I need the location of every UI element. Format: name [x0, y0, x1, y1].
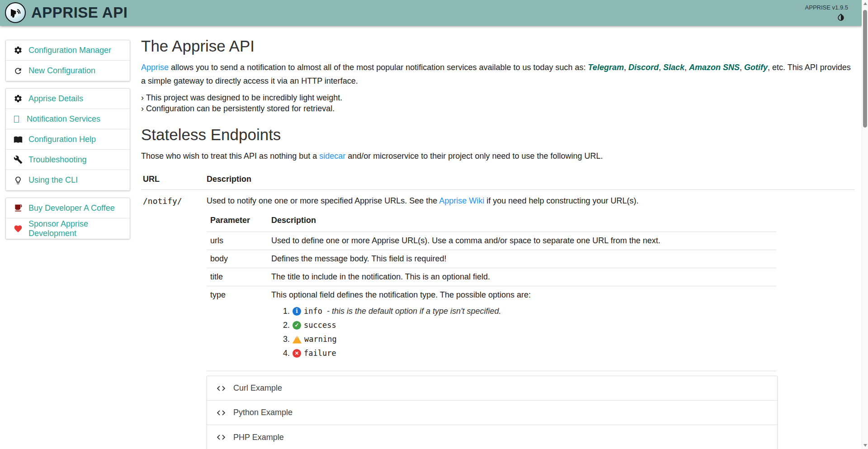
sidebar-item-label: Buy Developer A Coffee — [28, 203, 115, 213]
scroll-down-arrow-icon[interactable] — [863, 444, 867, 447]
coffee-icon — [14, 203, 23, 213]
sidebar-item-sponsor-apprise-development[interactable]: Sponsor Apprise Development — [6, 218, 130, 239]
stateless-text-after: and/or microservice to their project onl… — [345, 151, 603, 161]
accordion-label: Curl Example — [233, 383, 282, 393]
sidebar-item-label: Apprise Details — [28, 94, 83, 104]
tofu-icon — [14, 116, 19, 123]
column-header-parameter: Parameter — [207, 211, 268, 232]
megaphone-icon — [5, 2, 26, 23]
accordion-php-example[interactable]: PHP Example — [207, 425, 777, 449]
page-title: The Apprise API — [141, 37, 854, 55]
service-separator: , — [684, 63, 689, 72]
sidebar-item-configuration-manager[interactable]: Configuration Manager — [6, 40, 130, 61]
sidebar-item-buy-developer-a-coffee[interactable]: Buy Developer A Coffee — [6, 198, 130, 218]
service-separator: , — [624, 63, 628, 72]
endpoint-description-after: if you need help constructing your URL(s… — [484, 196, 638, 205]
stateless-intro-paragraph: Those who wish to treat this API as noth… — [141, 149, 854, 163]
sidebar-group-support: Buy Developer A Coffee Sponsor Apprise D… — [5, 198, 130, 239]
sidebar-item-apprise-details[interactable]: Apprise Details — [6, 89, 130, 109]
invert-colors-icon[interactable] — [836, 13, 845, 22]
type-option-warning: 3. ! warning — [283, 332, 773, 346]
code-examples-accordion: Curl Example Python Example PHP Example — [207, 376, 778, 449]
type-value: success — [304, 318, 336, 332]
wrench-icon — [14, 155, 23, 164]
version-label: APPRISE v1.9.5 — [805, 4, 848, 11]
sidebar-group-configuration: Configuration Manager New Configuration — [5, 40, 130, 81]
sidebar-item-label: Using the CLI — [28, 175, 78, 185]
info-icon: i — [292, 307, 301, 316]
parameter-name: title — [207, 268, 268, 286]
type-note: - this is the default option if a type i… — [327, 304, 501, 318]
sidebar-item-troubleshooting[interactable]: Troubleshooting — [6, 150, 130, 170]
parameter-name: type — [207, 286, 268, 371]
endpoint-description-cell: Used to notify one one or more specified… — [205, 190, 854, 449]
column-header-url: URL — [141, 170, 205, 190]
sidebar-item-configuration-help[interactable]: Configuration Help — [6, 129, 130, 150]
endpoint-description-before: Used to notify one one or more specified… — [207, 196, 439, 205]
sidebar-item-label: New Configuration — [28, 66, 95, 76]
sidecar-link[interactable]: sidecar — [319, 151, 345, 161]
book-icon — [14, 135, 23, 144]
sidebar-item-new-configuration[interactable]: New Configuration — [6, 61, 130, 81]
parameter-name: urls — [207, 232, 268, 250]
accordion-python-example[interactable]: Python Example — [207, 401, 777, 425]
code-icon — [216, 408, 226, 418]
sidebar-item-using-the-cli[interactable]: Using the CLI — [6, 170, 130, 190]
success-icon: ✓ — [292, 321, 301, 330]
parameter-description: Used to define one or more Apprise URL(s… — [268, 232, 776, 250]
list-number: 4. — [283, 346, 290, 360]
intro-paragraph: Apprise allows you to send a notificatio… — [141, 61, 854, 88]
warning-icon: ! — [292, 336, 302, 344]
scrollbar-thumb[interactable] — [863, 10, 867, 128]
parameter-name: body — [207, 250, 268, 268]
service-separator: , — [740, 63, 744, 72]
feature-item: This project was designed to be incredib… — [141, 92, 854, 103]
main-content: The Apprise API Apprise allows you to se… — [141, 26, 854, 449]
type-value: warning — [304, 332, 337, 346]
sidebar-item-label: Troubleshooting — [28, 155, 86, 165]
parameter-row-body: body Defines the message body. This fiel… — [207, 250, 776, 268]
service-name: Discord — [628, 63, 659, 72]
type-option-info: 1. i info - this is the default option i… — [283, 304, 773, 318]
sidebar: Configuration Manager New Configuration … — [5, 40, 130, 246]
type-value: info — [304, 304, 322, 318]
column-header-description: Description — [205, 170, 854, 190]
endpoint-row-notify: /notify/ Used to notify one one or more … — [141, 190, 854, 449]
heart-icon — [14, 224, 23, 233]
accordion-label: Python Example — [233, 408, 292, 417]
app-title: APPRISE API — [31, 4, 127, 21]
sidebar-item-label: Sponsor Apprise Development — [28, 219, 122, 238]
list-number: 1. — [283, 304, 290, 318]
vertical-scrollbar[interactable] — [862, 0, 868, 449]
endpoint-table: URL Description /notify/ Used to notify … — [141, 170, 854, 449]
refresh-icon — [14, 66, 23, 76]
scroll-up-arrow-icon[interactable] — [863, 2, 867, 5]
apprise-link[interactable]: Apprise — [141, 63, 169, 72]
service-name: Amazon SNS — [689, 63, 740, 72]
accordion-curl-example[interactable]: Curl Example — [207, 376, 777, 401]
parameter-table: Parameter Description urls Used to defin… — [207, 211, 776, 371]
failure-icon: ✕ — [292, 349, 301, 358]
parameter-row-type: type This optional field defines the not… — [207, 286, 776, 371]
feature-item: Configuration can be persistently stored… — [141, 103, 854, 114]
feature-list: This project was designed to be incredib… — [141, 92, 854, 114]
type-options-list: 1. i info - this is the default option i… — [283, 304, 773, 360]
apprise-wiki-link[interactable]: Apprise Wiki — [439, 196, 484, 205]
sidebar-group-help: Apprise Details Notification Services Co… — [5, 88, 130, 191]
parameter-table-header-row: Parameter Description — [207, 211, 776, 232]
gear-icon — [14, 46, 23, 55]
section-title-stateless-endpoints: Stateless Endpoints — [141, 126, 854, 144]
accordion-label: PHP Example — [233, 433, 284, 442]
column-header-description: Description — [268, 211, 776, 232]
app-header: APPRISE API APPRISE v1.9.5 — [0, 0, 862, 26]
brand-home-link[interactable]: APPRISE API — [5, 2, 127, 23]
parameter-description: This optional field defines the notifica… — [268, 286, 776, 371]
endpoint-url: /notify/ — [141, 190, 205, 449]
list-number: 3. — [283, 332, 290, 346]
stateless-text-before: Those who wish to treat this API as noth… — [141, 151, 319, 161]
service-separator: , — [659, 63, 663, 72]
sidebar-item-notification-services[interactable]: Notification Services — [6, 109, 130, 129]
parameter-row-urls: urls Used to define one or more Apprise … — [207, 232, 776, 250]
service-name: Telegram — [588, 63, 624, 72]
type-description-text: This optional field defines the notifica… — [271, 290, 531, 299]
